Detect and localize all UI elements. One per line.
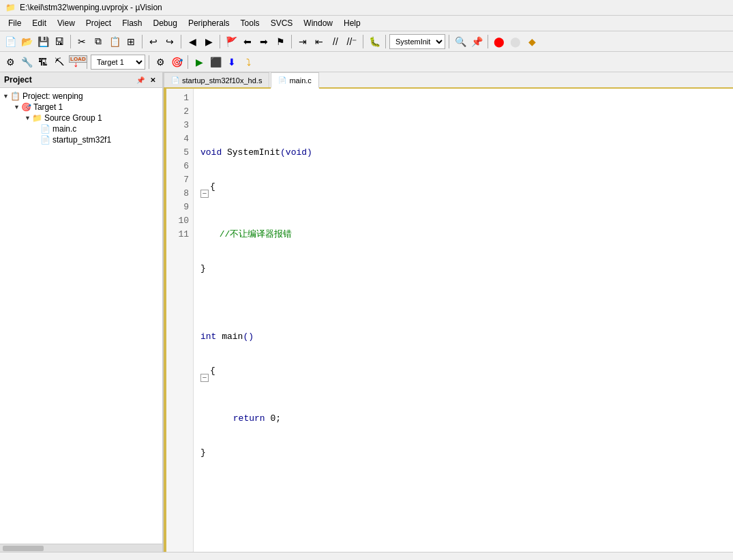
copy-btn[interactable]: ⧉ xyxy=(91,34,106,49)
fold-icon-3[interactable]: — xyxy=(200,190,209,198)
indent-btn[interactable]: ⇥ xyxy=(295,34,310,49)
step-over-btn[interactable]: ⤵ xyxy=(241,55,256,70)
project-tree: ▼ 📋 Project: wenping ▼ 🎯 Target 1 ▼ 📁 So… xyxy=(0,88,162,544)
project-panel-close[interactable]: ✕ xyxy=(147,74,158,85)
prev-bookmark-btn[interactable]: ⬅ xyxy=(240,34,255,49)
kw-return: return xyxy=(233,412,265,426)
bookmark-btn[interactable]: 🚩 xyxy=(224,34,239,49)
kw-paren2: () xyxy=(243,330,254,344)
save-all-btn[interactable]: 🖫 xyxy=(52,34,67,49)
build3-btn[interactable]: 🏗 xyxy=(35,55,50,70)
sep8 xyxy=(449,35,449,48)
build4-btn[interactable]: ⛏ xyxy=(52,55,67,70)
copy2-btn[interactable]: ⊞ xyxy=(123,34,138,49)
tab-startup[interactable]: 📄 startup_stm32f10x_hd.s xyxy=(164,72,269,87)
project-panel: Project 📌 ✕ ▼ 📋 Project: wenping ▼ 🎯 Tar… xyxy=(0,72,164,552)
tab-bar: 📄 startup_stm32f10x_hd.s 📄 main.c xyxy=(164,72,733,89)
uncomment-btn[interactable]: //⁻ xyxy=(344,34,359,49)
code-editor[interactable]: 1 2 3 4 5 6 7 8 9 10 11 void SystemInit(… xyxy=(164,89,733,552)
tab-startup-label: startup_stm32f10x_hd.s xyxy=(182,76,262,85)
tree-item-startup[interactable]: 📄 startup_stm32f1 xyxy=(0,134,162,145)
menu-window[interactable]: Window xyxy=(298,17,338,29)
tree-item-project-root[interactable]: ▼ 📋 Project: wenping xyxy=(0,91,162,102)
load-btn[interactable]: LOAD ↓ xyxy=(68,55,83,70)
menu-peripherals[interactable]: Peripherals xyxy=(183,17,235,29)
project-scrollbar[interactable] xyxy=(0,544,162,552)
title-bar: 📁 E:\keil\stm32\wenping.uvprojx - µVisio… xyxy=(0,0,733,16)
kw-paren: (void) xyxy=(280,146,312,160)
menu-file[interactable]: File xyxy=(3,17,27,29)
tree-label-root: Project: wenping xyxy=(23,91,83,101)
project-panel-icons: 📌 ✕ xyxy=(135,74,158,85)
project-panel-pin[interactable]: 📌 xyxy=(135,74,146,85)
menu-help[interactable]: Help xyxy=(338,17,366,29)
title-icon: 📁 xyxy=(5,3,16,12)
code-content[interactable]: void SystemInit(void) —{ //不让编译器报错 } int… xyxy=(194,89,733,552)
menu-debug[interactable]: Debug xyxy=(148,17,183,29)
menu-edit[interactable]: Edit xyxy=(27,17,52,29)
sep2 xyxy=(142,35,143,48)
sep7 xyxy=(385,35,386,48)
code-line-7: int main() xyxy=(200,330,726,344)
forward-btn[interactable]: ▶ xyxy=(201,34,216,49)
tree-item-source-group[interactable]: ▼ 📁 Source Group 1 xyxy=(0,113,162,123)
tab-mainc[interactable]: 📄 main.c xyxy=(271,72,318,89)
clear-bookmark-btn[interactable]: ⚑ xyxy=(273,34,288,49)
target-combo[interactable]: Target 1 xyxy=(91,55,145,70)
main-layout: Project 📌 ✕ ▼ 📋 Project: wenping ▼ 🎯 Tar… xyxy=(0,72,733,552)
sep9 xyxy=(488,35,488,48)
target-options-btn[interactable]: 🎯 xyxy=(169,55,184,70)
menu-view[interactable]: View xyxy=(52,17,80,29)
tab-mainc-icon: 📄 xyxy=(278,76,286,84)
menu-bar: File Edit View Project Flash Debug Perip… xyxy=(0,16,733,31)
code-line-4: //不让编译器报错 xyxy=(200,228,726,241)
code-line-3: —{ xyxy=(200,180,726,207)
next-bookmark-btn[interactable]: ➡ xyxy=(256,34,271,49)
debug-start-btn[interactable]: ▶ xyxy=(192,55,207,70)
function-combo[interactable]: SystemInit main xyxy=(389,34,445,49)
code-line-8: —{ xyxy=(200,364,726,392)
pin-btn[interactable]: 📌 xyxy=(469,34,484,49)
error-btn[interactable]: ⬤ xyxy=(492,34,507,49)
cut-btn[interactable]: ✂ xyxy=(74,34,89,49)
tree-label-target1: Target 1 xyxy=(33,102,63,112)
diamond-btn[interactable]: ◆ xyxy=(524,34,539,49)
tree-arrow-target1: ▼ xyxy=(14,104,20,110)
step-into-btn[interactable]: ⬇ xyxy=(224,55,239,70)
open-btn[interactable]: 📂 xyxy=(19,34,34,49)
tree-arrow-mainc xyxy=(35,126,39,132)
save-btn[interactable]: 💾 xyxy=(35,34,50,49)
menu-svcs[interactable]: SVCS xyxy=(265,17,299,29)
tab-startup-icon: 📄 xyxy=(171,76,179,84)
menu-project[interactable]: Project xyxy=(80,17,117,29)
tree-label-source-group: Source Group 1 xyxy=(44,113,102,123)
paste-btn[interactable]: 📋 xyxy=(107,34,122,49)
tree-item-target1[interactable]: ▼ 🎯 Target 1 xyxy=(0,102,162,113)
project-panel-header: Project 📌 ✕ xyxy=(0,72,162,88)
debug-icon-btn[interactable]: 🐛 xyxy=(367,34,382,49)
comment-btn[interactable]: // xyxy=(328,34,343,49)
tree-arrow-source-group: ▼ xyxy=(25,115,31,121)
build2-btn[interactable]: 🔧 xyxy=(19,55,34,70)
menu-flash[interactable]: Flash xyxy=(117,17,147,29)
project-panel-title: Project xyxy=(4,75,32,85)
kw-void: void xyxy=(200,146,227,160)
fold-icon-8[interactable]: — xyxy=(200,374,209,382)
debug-stop-btn[interactable]: ⬛ xyxy=(208,55,223,70)
new-file-btn[interactable]: 📄 xyxy=(3,34,18,49)
search-btn[interactable]: 🔍 xyxy=(453,34,468,49)
build-btn[interactable]: ⚙ xyxy=(3,55,18,70)
tree-item-mainc[interactable]: 📄 main.c xyxy=(0,123,162,134)
manage-btn[interactable]: ⚙ xyxy=(153,55,168,70)
undo-btn[interactable]: ↩ xyxy=(146,34,161,49)
circle-btn[interactable]: ⬤ xyxy=(508,34,523,49)
code-line-5: } xyxy=(200,262,726,276)
tree-icon-root: 📋 xyxy=(10,91,20,101)
unindent-btn[interactable]: ⇤ xyxy=(312,34,327,49)
line-numbers: 1 2 3 4 5 6 7 8 9 10 11 xyxy=(166,89,194,552)
code-line-9: return 0; xyxy=(200,412,726,426)
redo-btn[interactable]: ↪ xyxy=(162,34,177,49)
back-btn[interactable]: ◀ xyxy=(185,34,200,49)
sep4 xyxy=(220,35,220,48)
menu-tools[interactable]: Tools xyxy=(235,17,265,29)
